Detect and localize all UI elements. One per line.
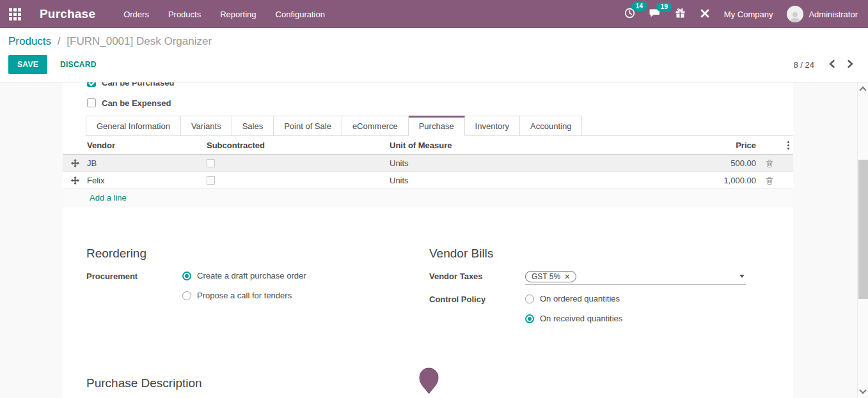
breadcrumb: Products / [FURN_0001] Desk Organizer (8, 34, 868, 49)
chevron-right-icon (847, 59, 854, 70)
radio-unselected-icon[interactable] (182, 291, 191, 300)
optional-columns-icon[interactable] (786, 140, 791, 151)
messages-button[interactable]: 19 (649, 8, 661, 20)
subcontracted-checkbox[interactable] (207, 176, 215, 185)
radio-selected-icon[interactable] (525, 314, 534, 323)
cell-price[interactable]: 1,000.00 (642, 176, 756, 185)
vendor-bills-section: Vendor Bills Vendor Taxes GST 5% ✕ (429, 247, 793, 342)
apps-menu-icon[interactable] (8, 7, 22, 21)
drag-handle-icon[interactable] (71, 159, 79, 167)
can-be-purchased-checkbox[interactable] (87, 82, 96, 87)
breadcrumb-current: [FURN_0001] Desk Organizer (67, 35, 212, 47)
user-avatar (787, 6, 803, 22)
radio-selected-icon[interactable] (182, 272, 191, 280)
tools-button[interactable] (700, 8, 710, 20)
form-sheet: Can be Purchased Can be Expensed General… (63, 82, 793, 398)
cell-price[interactable]: 500.00 (642, 158, 756, 168)
can-be-purchased-row[interactable]: Can be Purchased (87, 82, 793, 91)
cell-vendor[interactable]: JB (87, 158, 201, 168)
nav-reporting[interactable]: Reporting (220, 10, 256, 19)
can-be-expensed-checkbox[interactable] (87, 98, 96, 107)
column-header-uom[interactable]: Unit of Measure (386, 141, 642, 150)
radio-label: Create a draft purchase order (197, 271, 306, 280)
radio-label: Propose a call for tenders (197, 291, 292, 300)
purchase-description-section: Purchase Description This note is added … (86, 376, 793, 398)
control-panel: Products / [FURN_0001] Desk Organizer SA… (0, 28, 868, 82)
tab-accounting[interactable]: Accounting (520, 116, 582, 135)
procurement-option-call-for-tenders[interactable]: Propose a call for tenders (182, 291, 429, 300)
can-be-purchased-label: Can be Purchased (102, 82, 174, 88)
column-header-subcontracted[interactable]: Subcontracted (201, 141, 386, 150)
breadcrumb-separator: / (58, 35, 61, 47)
tab-purchase[interactable]: Purchase (409, 116, 465, 136)
control-policy-option-received[interactable]: On received quantities (525, 314, 746, 323)
vendor-taxes-label: Vendor Taxes (429, 271, 525, 285)
activity-count-badge: 14 (631, 2, 647, 11)
procurement-option-draft-po[interactable]: Create a draft purchase order (182, 271, 429, 280)
discard-button[interactable]: DISCARD (56, 55, 100, 74)
message-count-badge: 19 (656, 3, 672, 11)
vertical-scrollbar[interactable] (857, 82, 868, 398)
remove-tag-icon[interactable]: ✕ (564, 273, 570, 281)
column-header-vendor[interactable]: Vendor (87, 141, 201, 150)
delete-row-icon[interactable] (766, 176, 773, 185)
topbar: Purchase Orders Products Reporting Confi… (0, 0, 868, 28)
breadcrumb-products-link[interactable]: Products (8, 35, 51, 47)
pager-value: 8 / 24 (793, 60, 814, 70)
tab-general-information[interactable]: General Information (86, 116, 181, 135)
save-button[interactable]: SAVE (8, 55, 47, 74)
vendor-bills-title: Vendor Bills (429, 247, 746, 261)
pager: 8 / 24 (793, 57, 856, 73)
scrollbar-thumb[interactable] (858, 160, 868, 299)
pager-next-button[interactable] (844, 57, 856, 73)
table-header-row: Vendor Subcontracted Unit of Measure Pri… (63, 136, 793, 155)
scroll-down-icon[interactable] (859, 387, 866, 394)
user-name: Administrator (809, 10, 858, 19)
control-policy-option-ordered[interactable]: On ordered quantities (525, 294, 746, 303)
radio-unselected-icon[interactable] (525, 295, 534, 303)
chevron-left-icon (828, 59, 835, 70)
pager-previous-button[interactable] (826, 57, 838, 73)
rewards-button[interactable] (675, 8, 686, 20)
radio-label: On ordered quantities (540, 294, 620, 303)
delete-row-icon[interactable] (766, 159, 773, 167)
cell-vendor[interactable]: Felix (87, 176, 201, 185)
table-row[interactable]: Felix Units 1,000.00 (63, 172, 793, 189)
tax-tag-label: GST 5% (532, 272, 560, 281)
company-switcher[interactable]: My Company (724, 10, 773, 19)
vendor-taxes-field[interactable]: GST 5% ✕ (525, 271, 746, 285)
form-view: Can be Purchased Can be Expensed General… (0, 82, 868, 398)
reordering-section: Reordering Procurement Create a draft pu… (86, 247, 429, 342)
cell-uom[interactable]: Units (386, 158, 642, 168)
cell-uom[interactable]: Units (386, 176, 642, 185)
table-row[interactable]: JB Units 500.00 (63, 155, 793, 172)
scroll-up-icon[interactable] (859, 86, 866, 93)
tab-point-of-sale[interactable]: Point of Sale (274, 116, 342, 135)
activities-button[interactable]: 14 (624, 8, 635, 20)
tax-tag[interactable]: GST 5% ✕ (525, 271, 576, 282)
nav-configuration[interactable]: Configuration (276, 10, 325, 19)
control-policy-label: Control Policy (429, 294, 525, 333)
dropdown-caret-icon[interactable] (739, 275, 745, 278)
procurement-label: Procurement (86, 271, 182, 310)
notebook-tabs: General Information Variants Sales Point… (86, 116, 793, 136)
can-be-expensed-label: Can be Expensed (102, 98, 171, 108)
vendor-pricelist-table: Vendor Subcontracted Unit of Measure Pri… (63, 136, 793, 206)
tab-sales[interactable]: Sales (232, 116, 274, 135)
drag-handle-icon[interactable] (71, 176, 79, 185)
tab-ecommerce[interactable]: eCommerce (342, 116, 409, 135)
radio-label: On received quantities (540, 314, 622, 323)
tab-inventory[interactable]: Inventory (465, 116, 520, 135)
nav-products[interactable]: Products (168, 10, 201, 19)
column-header-price[interactable]: Price (642, 141, 756, 150)
can-be-expensed-row[interactable]: Can be Expensed (87, 95, 793, 111)
text-selection-pin-icon (419, 367, 439, 394)
purchase-description-title: Purchase Description (86, 376, 793, 390)
add-a-line-link[interactable]: Add a line (90, 193, 127, 203)
nav-orders[interactable]: Orders (123, 10, 149, 19)
add-line-row: Add a line (63, 189, 793, 206)
app-title: Purchase (40, 7, 95, 21)
subcontracted-checkbox[interactable] (207, 159, 215, 167)
tab-variants[interactable]: Variants (181, 116, 232, 135)
user-menu[interactable]: Administrator (787, 6, 858, 22)
